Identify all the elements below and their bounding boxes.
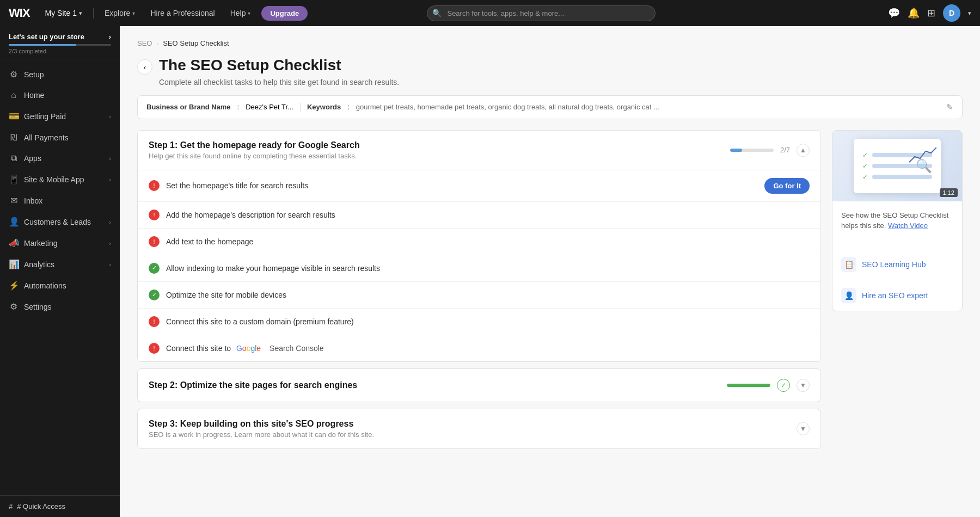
edit-icon[interactable]: ✎: [946, 102, 953, 112]
step-1-title-block: Step 1: Get the homepage ready for Googl…: [149, 140, 360, 160]
step-3-title-block: Step 3: Keep building on this site's SEO…: [149, 419, 374, 439]
sidebar-label-marketing: Marketing: [24, 239, 57, 248]
seo-learning-hub-link[interactable]: 📋 SEO Learning Hub: [832, 249, 962, 280]
hire-seo-icon: 👤: [841, 288, 856, 303]
help-card: ✓ ✓ ✓: [832, 130, 963, 311]
breadcrumb-parent[interactable]: SEO: [137, 39, 152, 47]
step-3-title: Step 3: Keep building on this site's SEO…: [149, 419, 374, 429]
sidebar-item-apps[interactable]: ⧉ Apps ›: [0, 148, 120, 169]
back-button[interactable]: ‹: [137, 59, 152, 75]
avatar[interactable]: D: [943, 4, 960, 22]
step-2-progress-track: [727, 384, 770, 387]
sidebar-label-analytics: Analytics: [24, 260, 54, 269]
video-line-3: ✓: [862, 173, 932, 181]
step-1-header[interactable]: Step 1: Get the homepage ready for Googl…: [138, 131, 820, 170]
sidebar-label-settings: Settings: [24, 303, 52, 311]
keywords-label: Keywords: [307, 103, 341, 111]
settings-icon: ⚙: [9, 301, 19, 312]
sidebar-item-analytics[interactable]: 📊 Analytics ›: [0, 254, 120, 275]
step-1-toggle[interactable]: ▲: [797, 144, 810, 157]
step-2-chevron-icon: ▼: [800, 381, 806, 389]
store-setup-chevron-icon: ›: [109, 33, 111, 41]
step-1-title: Step 1: Get the homepage ready for Googl…: [149, 140, 360, 150]
marketing-icon: 📣: [9, 238, 19, 248]
hire-professional-link[interactable]: Hire a Professional: [146, 7, 219, 20]
right-panel: ✓ ✓ ✓: [832, 130, 963, 311]
page-subtitle: Complete all checklist tasks to help thi…: [159, 78, 399, 87]
go-for-it-button[interactable]: Go for It: [764, 178, 810, 194]
quick-access-button[interactable]: # # Quick Access: [9, 502, 111, 510]
task-3-status-icon: !: [149, 236, 160, 247]
search-console-label: Search Console: [270, 344, 324, 353]
sidebar-item-automations[interactable]: ⚡ Automations: [0, 275, 120, 296]
task-7-status-icon: !: [149, 343, 160, 354]
step-2-progress-fill: [727, 384, 770, 387]
analytics-chevron-icon: ›: [109, 261, 111, 268]
store-setup-section: Let's set up your store › 2/3 completed: [0, 26, 120, 59]
task-4-text: Allow indexing to make your homepage vis…: [166, 264, 810, 273]
chat-icon[interactable]: 💬: [888, 7, 900, 19]
task-2: ! Add the homepage's description for sea…: [138, 202, 820, 229]
sidebar-item-setup[interactable]: ⚙ Setup: [0, 64, 120, 85]
step-3-header[interactable]: Step 3: Keep building on this site's SEO…: [138, 409, 820, 448]
main-layout: Let's set up your store › 2/3 completed …: [0, 26, 980, 517]
video-preview[interactable]: ✓ ✓ ✓: [832, 131, 962, 201]
analytics-icon: 📊: [9, 259, 19, 269]
step-1-count: 2/7: [780, 146, 790, 154]
task-7: ! Connect this site to Google Search Con…: [138, 335, 820, 361]
sidebar-item-inbox[interactable]: ✉ Inbox: [0, 190, 120, 211]
page-title: The SEO Setup Checklist: [159, 56, 399, 75]
task-6: ! Connect this site to a custom domain (…: [138, 309, 820, 335]
explore-link[interactable]: Explore ▾: [100, 7, 139, 20]
store-setup-title[interactable]: Let's set up your store ›: [9, 33, 111, 41]
help-link[interactable]: Help ▾: [226, 7, 255, 20]
checklist-main: Step 1: Get the homepage ready for Googl…: [137, 130, 821, 449]
sidebar-item-settings[interactable]: ⚙ Settings: [0, 296, 120, 317]
sidebar-label-apps: Apps: [24, 154, 41, 163]
step-2-header[interactable]: Step 2: Optimize the site pages for sear…: [138, 369, 820, 402]
apps-icon: ⧉: [9, 153, 19, 163]
sidebar-item-marketing[interactable]: 📣 Marketing ›: [0, 232, 120, 254]
step-1-progress-track: [730, 149, 774, 152]
keywords-value: gourmet pet treats, homemade pet treats,…: [356, 103, 940, 111]
step-2-collapse-toggle[interactable]: ▼: [797, 379, 810, 392]
task-6-text: Connect this site to a custom domain (pr…: [166, 317, 810, 326]
task-5-text: Optimize the site for mobile devices: [166, 291, 810, 299]
site-selector[interactable]: My Site 1 ▾: [41, 7, 87, 20]
step-1-chevron-icon: ▲: [800, 146, 806, 154]
bell-icon[interactable]: 🔔: [908, 7, 920, 19]
sidebar-item-site-mobile[interactable]: 📱 Site & Mobile App ›: [0, 169, 120, 190]
back-icon: ‹: [144, 63, 146, 71]
site-chevron-icon: ▾: [79, 10, 82, 17]
task-2-text: Add the homepage's description for searc…: [166, 211, 810, 219]
keywords-divider: [300, 103, 301, 112]
sidebar-label-inbox: Inbox: [24, 196, 42, 205]
task-4-status-icon: ✓: [149, 263, 160, 274]
sidebar-label-home: Home: [24, 91, 44, 100]
sidebar-item-customers[interactable]: 👤 Customers & Leads ›: [0, 211, 120, 232]
apps-chevron-icon: ›: [109, 155, 111, 162]
step-3-toggle[interactable]: ▼: [797, 422, 810, 435]
top-nav: WIX My Site 1 ▾ Explore ▾ Hire a Profess…: [0, 0, 980, 26]
nav-divider-1: [93, 8, 94, 19]
search-input[interactable]: [427, 5, 656, 21]
task-4: ✓ Allow indexing to make your homepage v…: [138, 255, 820, 282]
learning-hub-icon: 📋: [841, 257, 856, 272]
sidebar-item-home[interactable]: ⌂ Home: [0, 85, 120, 106]
getting-paid-icon: 💳: [9, 111, 19, 121]
step-2-toggle[interactable]: ✓: [777, 379, 790, 392]
sidebar-item-getting-paid[interactable]: 💳 Getting Paid ›: [0, 106, 120, 127]
breadcrumb-separator: ›: [156, 40, 158, 47]
step-2-controls: ✓ ▼: [727, 379, 810, 392]
hire-seo-expert-link[interactable]: 👤 Hire an SEO expert: [832, 280, 962, 311]
grid-icon[interactable]: ⊞: [927, 7, 935, 19]
video-check-icon-2: ✓: [862, 162, 868, 170]
nav-right-actions: 💬 🔔 ⊞ D ▾: [888, 4, 971, 22]
watch-video-link[interactable]: Watch Video: [888, 221, 928, 230]
search-container: 🔍: [427, 5, 656, 21]
step-3-controls: ▼: [797, 422, 810, 435]
upgrade-button[interactable]: Upgrade: [261, 6, 308, 21]
sidebar-item-all-payments[interactable]: ₪ All Payments: [0, 127, 120, 148]
sidebar: Let's set up your store › 2/3 completed …: [0, 26, 120, 517]
task-3: ! Add text to the homepage: [138, 229, 820, 255]
